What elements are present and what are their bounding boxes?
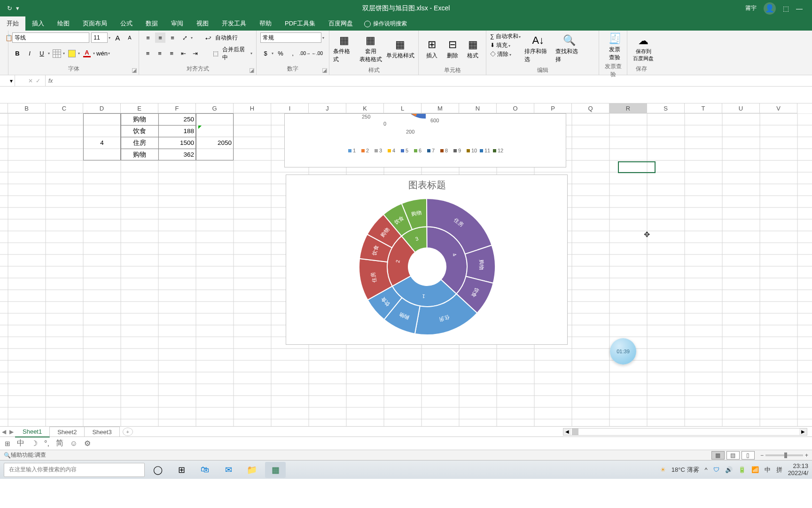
borders-button[interactable] (52, 48, 62, 59)
chart-upper[interactable]: 250 0 200 600 123456789101112 (284, 113, 566, 167)
tab-baidu[interactable]: 百度网盘 (322, 16, 359, 31)
sheet-nav-prev[interactable]: ◀ (0, 429, 8, 435)
wrap-text-button[interactable]: ⮐ (203, 32, 213, 43)
tray-battery-icon[interactable]: 🔋 (738, 466, 746, 473)
align-bottom-button[interactable]: ≡ (167, 32, 178, 43)
cell[interactable]: 1500 (158, 137, 196, 149)
taskbar-search[interactable]: 在这里输入你要搜索的内容 (4, 463, 145, 477)
fontcolor-dd-icon[interactable]: ▾ (93, 51, 95, 56)
taskbar-cortana[interactable]: ⊞ (171, 462, 192, 478)
tab-developer[interactable]: 开发工具 (215, 16, 253, 31)
clear-button[interactable]: ◇ 清除 ▾ (490, 50, 521, 58)
tray-volume-icon[interactable]: 🔊 (725, 466, 733, 473)
minimize-button[interactable]: — (796, 5, 803, 12)
user-avatar-icon[interactable]: 👤 (764, 2, 776, 15)
phonetic-dd-icon[interactable]: ▾ (108, 51, 110, 56)
align-left-button[interactable]: ≡ (143, 48, 153, 59)
baidu-save-button[interactable]: ☁保存到 百度网盘 (631, 32, 656, 64)
zoom-in-button[interactable]: + (805, 452, 808, 459)
tab-review[interactable]: 审阅 (164, 16, 190, 31)
select-all-corner[interactable] (0, 103, 8, 113)
cell[interactable]: 250 (158, 113, 196, 125)
tray-time[interactable]: 23:13 (788, 463, 808, 469)
sheet-tab-1[interactable]: Sheet1 (15, 426, 50, 437)
column-header-D[interactable]: D (83, 103, 121, 113)
fx-label-icon[interactable]: fx (46, 78, 55, 84)
tab-draw[interactable]: 绘图 (51, 16, 76, 31)
column-header-M[interactable]: M (422, 103, 459, 113)
column-header-V[interactable]: V (760, 103, 797, 113)
taskbar-excel[interactable]: ▦ (265, 462, 286, 478)
column-header-K[interactable]: K (346, 103, 384, 113)
column-header-B[interactable]: B (8, 103, 46, 113)
redo-button[interactable]: ↻ (7, 5, 12, 12)
align-right-button[interactable]: ≡ (167, 48, 177, 59)
tab-pdf[interactable]: PDF工具集 (278, 16, 322, 31)
tray-lang-2[interactable]: 拼 (776, 466, 782, 474)
column-header-H[interactable]: H (234, 103, 271, 113)
sort-filter-button[interactable]: A↓排序和筛选 (524, 32, 552, 65)
column-header-L[interactable]: L (384, 103, 422, 113)
bold-button[interactable]: B (12, 48, 23, 59)
active-cell[interactable] (618, 161, 656, 173)
delete-cells-button[interactable]: ⊟删除 (443, 32, 462, 65)
align-dialog-launcher[interactable]: ◢ (250, 68, 254, 73)
ime-btn-2[interactable]: ☽ (31, 439, 38, 448)
column-header-P[interactable]: P (534, 103, 572, 113)
tab-help[interactable]: 帮助 (253, 16, 278, 31)
page-break-view-button[interactable]: ▯ (742, 451, 755, 460)
tray-shield-icon[interactable]: 🛡 (713, 466, 719, 473)
cell[interactable]: 362 (158, 149, 196, 160)
tell-me-search[interactable]: 操作说明搜索 (359, 17, 412, 31)
tab-pagelayout[interactable]: 页面布局 (76, 16, 114, 31)
underline-dd-icon[interactable]: ▾ (48, 51, 50, 56)
formula-input[interactable] (55, 75, 812, 86)
format-cells-button[interactable]: ▦格式 (463, 32, 482, 65)
page-layout-view-button[interactable]: ▤ (726, 451, 740, 460)
font-color-button[interactable]: A (82, 48, 92, 59)
font-dialog-launcher[interactable]: ◢ (132, 68, 137, 73)
merge-dd-icon[interactable]: ▾ (250, 51, 252, 56)
column-header-T[interactable]: T (685, 103, 722, 113)
percent-button[interactable]: % (275, 48, 286, 59)
fill-color-button[interactable] (67, 48, 77, 59)
column-header-U[interactable]: U (722, 103, 760, 113)
name-box[interactable]: ▾ (0, 75, 15, 86)
cell[interactable]: 饮食 (121, 125, 158, 137)
ribbon-display-button[interactable]: ⬚ (783, 5, 789, 12)
phonetic-button[interactable]: wén (97, 48, 107, 59)
autosum-button[interactable]: ∑ 自动求和 ▾ (490, 32, 521, 40)
acct-dd-icon[interactable]: ▾ (272, 51, 273, 56)
column-header-E[interactable]: E (121, 103, 158, 113)
ime-btn-3[interactable]: °, (44, 439, 49, 448)
add-sheet-button[interactable]: + (123, 428, 133, 436)
ime-btn-1[interactable]: 中 (17, 438, 24, 448)
orientation-dd-icon[interactable]: ▾ (191, 36, 193, 40)
tab-view[interactable]: 视图 (190, 16, 215, 31)
font-name-combo[interactable] (12, 32, 89, 43)
number-dialog-launcher[interactable]: ◢ (322, 68, 327, 73)
taskbar-mail[interactable]: ✉ (218, 462, 239, 478)
enter-formula-button[interactable]: ✓ (36, 78, 40, 84)
cell[interactable]: 住房 (121, 137, 158, 149)
column-header-G[interactable]: G (196, 103, 234, 113)
decrease-decimal-button[interactable]: ←.00 (312, 48, 322, 59)
taskbar-explorer[interactable]: 📁 (242, 462, 262, 478)
number-format-combo[interactable] (260, 32, 321, 43)
numfmt-dd-icon[interactable]: ▾ (322, 36, 324, 40)
sheet-tab-3[interactable]: Sheet3 (85, 427, 119, 437)
align-top-button[interactable]: ≡ (143, 32, 153, 43)
normal-view-button[interactable]: ▦ (711, 451, 725, 460)
comma-button[interactable]: , (288, 48, 298, 59)
fill-button[interactable]: ⬇ 填充 ▾ (490, 41, 521, 49)
tray-wifi-icon[interactable]: 📶 (751, 466, 759, 473)
column-header-J[interactable]: J (309, 103, 346, 113)
horizontal-scrollbar[interactable]: ◀ ▶ (563, 428, 807, 436)
tray-lang-1[interactable]: 中 (765, 466, 771, 474)
column-header-R[interactable]: R (609, 103, 647, 113)
ime-btn-6[interactable]: ⚙ (84, 439, 91, 448)
borders-dd-icon[interactable]: ▾ (63, 51, 65, 56)
cancel-formula-button[interactable]: ✕ (28, 78, 33, 84)
cell-styles-button[interactable]: ▦单元格样式 (386, 32, 414, 65)
insert-cells-button[interactable]: ⊞插入 (422, 32, 441, 65)
